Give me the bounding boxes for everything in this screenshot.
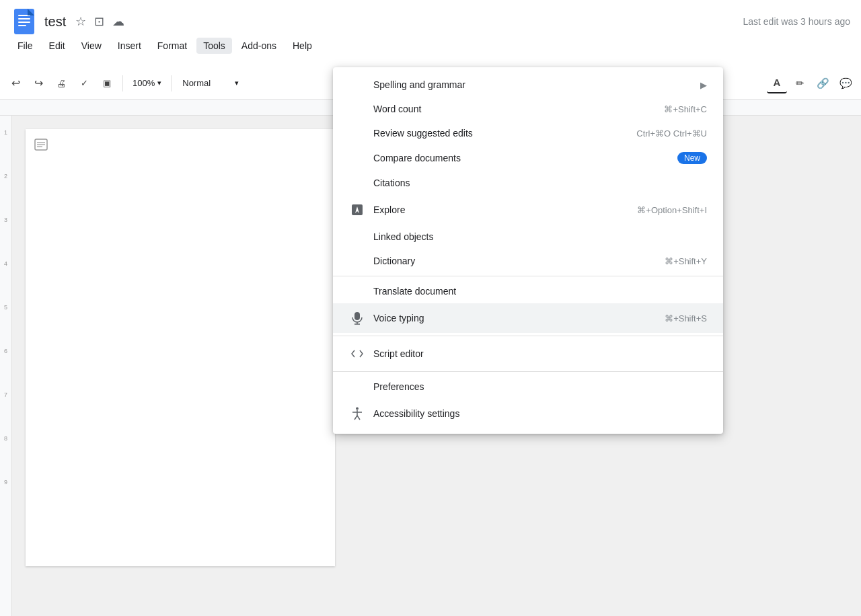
vertical-ruler: 1 2 3 4 5 6 7 8 9 xyxy=(0,116,12,616)
tools-menu-preferences[interactable]: Preferences xyxy=(333,375,723,399)
citations-label: Citations xyxy=(373,178,707,188)
linked-objects-label: Linked objects xyxy=(373,231,707,242)
svg-rect-12 xyxy=(354,312,360,320)
paint-format-button[interactable]: ▣ xyxy=(97,73,117,93)
tools-menu-voice-typing[interactable]: Voice typing ⌘+Shift+S xyxy=(333,303,723,333)
title-action-icons: ☆ ⊡ ☁ xyxy=(75,14,124,29)
tools-menu-compare[interactable]: Compare documents New xyxy=(333,145,723,171)
move-icon[interactable]: ⊡ xyxy=(94,14,104,29)
comment-button[interactable]: 💬 xyxy=(835,73,856,93)
svg-rect-2 xyxy=(18,18,30,20)
toolbar-divider-1 xyxy=(122,75,123,91)
dictionary-label: Dictionary xyxy=(373,256,665,266)
tools-menu-dictionary[interactable]: Dictionary ⌘+Shift+Y xyxy=(333,249,723,273)
tools-menu-translate[interactable]: Translate document xyxy=(333,279,723,303)
redo-button[interactable]: ↪ xyxy=(28,73,48,93)
voice-typing-shortcut: ⌘+Shift+S xyxy=(665,313,707,323)
separator-1 xyxy=(333,276,723,276)
word-count-label: Word count xyxy=(373,104,664,114)
voice-typing-label: Voice typing xyxy=(373,313,665,323)
zoom-value: 100% xyxy=(133,78,155,88)
cloud-icon[interactable]: ☁ xyxy=(112,14,124,29)
document-title[interactable]: test xyxy=(44,14,66,30)
accessibility-icon xyxy=(349,406,365,422)
script-editor-label: Script editor xyxy=(373,348,707,359)
undo-button[interactable]: ↩ xyxy=(5,73,26,93)
word-count-shortcut: ⌘+Shift+C xyxy=(664,104,707,114)
menu-tools[interactable]: Tools xyxy=(196,38,232,54)
dictionary-shortcut: ⌘+Shift+Y xyxy=(665,256,707,266)
text-color-button[interactable]: A xyxy=(767,73,787,93)
document-list-icon xyxy=(34,137,48,156)
style-value: Normal xyxy=(182,78,211,88)
tools-menu-spelling[interactable]: Spelling and grammar ▶ xyxy=(333,73,723,97)
svg-rect-3 xyxy=(18,22,30,23)
menu-help[interactable]: Help xyxy=(286,38,319,54)
spelling-grammar-label: Spelling and grammar xyxy=(373,79,700,90)
document-page[interactable] xyxy=(26,129,335,566)
menu-file[interactable]: File xyxy=(11,38,40,54)
accessibility-settings-label: Accessibility settings xyxy=(373,408,707,419)
toolbar-divider-2 xyxy=(171,75,172,91)
svg-line-19 xyxy=(357,416,360,420)
tools-menu-explore[interactable]: Explore ⌘+Option+Shift+I xyxy=(333,195,723,225)
translate-label: Translate document xyxy=(373,286,707,297)
title-bar: test ☆ ⊡ ☁ Last edit was 3 hours ago Fil… xyxy=(0,0,861,67)
highlight-button[interactable]: ✏ xyxy=(790,73,810,93)
title-row: test ☆ ⊡ ☁ Last edit was 3 hours ago xyxy=(0,0,861,38)
separator-3 xyxy=(333,371,723,372)
menu-insert[interactable]: Insert xyxy=(111,38,148,54)
tools-dropdown-menu: Spelling and grammar ▶ Word count ⌘+Shif… xyxy=(333,67,723,434)
tools-menu-accessibility[interactable]: Accessibility settings xyxy=(333,399,723,428)
review-suggested-shortcut: Ctrl+⌘O Ctrl+⌘U xyxy=(636,128,707,139)
compare-documents-label: Compare documents xyxy=(373,153,672,163)
spellcheck-button[interactable]: ✓ xyxy=(74,73,94,93)
tools-menu-script-editor[interactable]: Script editor xyxy=(333,339,723,369)
menu-view[interactable]: View xyxy=(75,38,108,54)
svg-line-18 xyxy=(354,416,357,420)
zoom-selector[interactable]: 100% ▾ xyxy=(128,77,165,89)
link-button[interactable]: 🔗 xyxy=(813,73,833,93)
svg-rect-4 xyxy=(18,25,26,26)
tools-menu-word-count[interactable]: Word count ⌘+Shift+C xyxy=(333,97,723,121)
svg-point-15 xyxy=(356,408,359,410)
last-edit-text: Last edit was 3 hours ago xyxy=(743,16,850,27)
menu-addons[interactable]: Add-ons xyxy=(235,38,283,54)
explore-icon xyxy=(349,202,365,218)
tools-menu-review-edits[interactable]: Review suggested edits Ctrl+⌘O Ctrl+⌘U xyxy=(333,121,723,145)
tools-menu-linked-objects[interactable]: Linked objects xyxy=(333,225,723,249)
menu-format[interactable]: Format xyxy=(151,38,194,54)
spelling-arrow-icon: ▶ xyxy=(700,80,707,90)
zoom-dropdown-icon: ▾ xyxy=(157,79,161,87)
explore-label: Explore xyxy=(373,204,637,215)
print-button[interactable]: 🖨 xyxy=(51,73,71,93)
menu-edit[interactable]: Edit xyxy=(42,38,72,54)
explore-shortcut: ⌘+Option+Shift+I xyxy=(637,205,707,215)
new-badge: New xyxy=(677,152,707,164)
tools-menu-citations[interactable]: Citations xyxy=(333,171,723,195)
app-icon xyxy=(11,8,38,35)
review-suggested-label: Review suggested edits xyxy=(373,128,636,139)
menu-bar: File Edit View Insert Format Tools Add-o… xyxy=(0,38,861,54)
preferences-label: Preferences xyxy=(373,381,707,392)
style-selector[interactable]: Normal ▾ xyxy=(177,77,244,89)
code-icon xyxy=(349,346,365,362)
style-dropdown-icon: ▾ xyxy=(235,79,239,87)
star-icon[interactable]: ☆ xyxy=(75,14,86,29)
microphone-icon xyxy=(349,310,365,326)
separator-2 xyxy=(333,336,723,336)
